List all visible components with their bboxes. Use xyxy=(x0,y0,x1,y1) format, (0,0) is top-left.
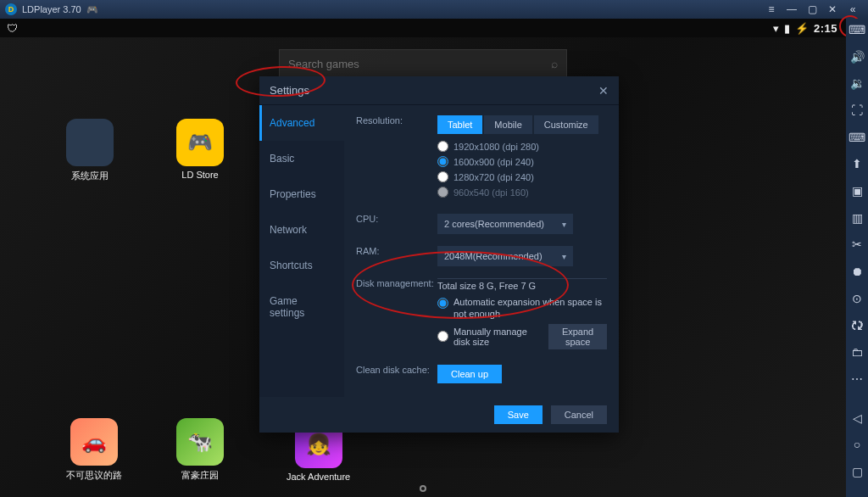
settings-header: Settings ✕ xyxy=(259,76,619,105)
app-label: LD Store xyxy=(176,170,224,180)
home-icon[interactable]: ○ xyxy=(849,438,865,453)
menu-icon[interactable]: ≡ xyxy=(761,1,782,18)
app-name: LDPlayer xyxy=(22,4,60,14)
recents-icon[interactable]: ▢ xyxy=(849,464,865,479)
emulator-desktop: ⌕ 系统应用 🎮 LD Store 🚗 不可思议的路 🐄 富豪庄园 👧 Jack… xyxy=(0,37,846,497)
clean-up-button[interactable]: Clean up xyxy=(437,365,502,383)
ram-label: RAM: xyxy=(356,246,437,266)
operation-record-icon[interactable]: ⊙ xyxy=(849,291,865,306)
app-game2[interactable]: 🐄 富豪庄园 xyxy=(176,418,224,482)
search-box[interactable]: ⌕ xyxy=(279,49,567,78)
android-status-bar: 🛡 ▾ ▮ ⚡ 2:15 ⚙ xyxy=(0,19,868,37)
nav-properties[interactable]: Properties xyxy=(259,176,344,212)
res-1280[interactable]: 1280x720 (dpi 240) xyxy=(437,171,607,182)
more-icon[interactable]: ⋯ xyxy=(849,371,865,387)
chevron-down-icon: ▾ xyxy=(562,252,566,261)
nav-advanced[interactable]: Advanced xyxy=(259,105,344,141)
settings-close-icon[interactable]: ✕ xyxy=(598,84,609,98)
window-titlebar: D LDPlayer 3.70 🎮 ≡ — ▢ ✕ « xyxy=(0,0,868,19)
ram-select[interactable]: 2048M(Recommended) ▾ xyxy=(437,246,573,266)
page-indicator xyxy=(420,485,426,492)
cpu-select[interactable]: 2 cores(Recommended) ▾ xyxy=(437,214,573,234)
cpu-value: 2 cores(Recommended) xyxy=(444,219,544,229)
disk-manual[interactable]: Manually manage disk size Expand space xyxy=(437,324,607,349)
multi-instance-icon[interactable]: ▥ xyxy=(849,210,865,226)
record-icon[interactable]: ⏺ xyxy=(849,264,865,279)
volume-down-icon[interactable]: 🔉 xyxy=(849,75,865,91)
app-system[interactable]: 系统应用 xyxy=(66,119,114,182)
resolution-label: Resolution: xyxy=(356,115,437,202)
app-game1[interactable]: 🚗 不可思议的路 xyxy=(66,418,122,482)
disk-total: Total size 8 G, Free 7 G xyxy=(437,278,607,291)
screenshot-icon[interactable]: ▣ xyxy=(849,183,865,198)
install-apk-icon[interactable]: ⬆ xyxy=(849,157,865,172)
search-icon: ⌕ xyxy=(551,57,558,70)
app-label: 系统应用 xyxy=(66,170,114,182)
collapse-sidebar-icon[interactable]: « xyxy=(843,1,863,18)
status-clock: 2:15 xyxy=(814,22,837,35)
save-button[interactable]: Save xyxy=(494,405,542,424)
settings-nav: Advanced Basic Properties Network Shortc… xyxy=(259,105,344,397)
resolution-tabs: Tablet Mobile Customize xyxy=(437,115,600,134)
app-logo-icon: D xyxy=(5,3,17,15)
cancel-button[interactable]: Cancel xyxy=(551,405,607,424)
res-1600[interactable]: 1600x900 (dpi 240) xyxy=(437,156,607,167)
maximize-icon[interactable]: ▢ xyxy=(802,1,822,18)
volume-up-icon[interactable]: 🔊 xyxy=(849,49,865,64)
tab-tablet[interactable]: Tablet xyxy=(437,115,482,134)
chevron-down-icon: ▾ xyxy=(562,220,566,229)
game1-icon: 🚗 xyxy=(70,418,118,466)
minimize-icon[interactable]: — xyxy=(782,1,802,18)
cpu-label: CPU: xyxy=(356,214,437,234)
keyboard-icon[interactable]: ⌨ xyxy=(849,22,865,37)
battery-icon: ▮ xyxy=(784,22,790,35)
nav-network[interactable]: Network xyxy=(259,212,344,248)
sync-icon[interactable]: 🗘 xyxy=(849,318,865,333)
nav-game-settings[interactable]: Game settings xyxy=(259,283,344,331)
res-1920[interactable]: 1920x1080 (dpi 280) xyxy=(437,141,607,152)
game2-icon: 🐄 xyxy=(176,418,224,466)
settings-title: Settings xyxy=(270,84,309,97)
app-ldstore[interactable]: 🎮 LD Store xyxy=(176,119,224,180)
close-window-icon[interactable]: ✕ xyxy=(822,1,843,18)
app-version: 3.70 xyxy=(63,4,81,14)
disk-auto[interactable]: Automatic expansion when space is not en… xyxy=(437,296,607,321)
scissors-icon[interactable]: ✂ xyxy=(849,237,865,253)
tab-customize[interactable]: Customize xyxy=(534,115,598,134)
tab-mobile[interactable]: Mobile xyxy=(484,115,531,134)
nav-shortcuts[interactable]: Shortcuts xyxy=(259,248,344,283)
nav-basic[interactable]: Basic xyxy=(259,141,344,176)
res-960[interactable]: 960x540 (dpi 160) xyxy=(437,187,607,198)
shared-folder-icon[interactable]: 🗀 xyxy=(849,344,865,360)
app-label: 富豪庄园 xyxy=(176,469,224,482)
gamepad-icon: 🎮 xyxy=(86,4,98,15)
ldstore-icon: 🎮 xyxy=(176,119,224,166)
settings-modal: Settings ✕ Advanced Basic Properties Net… xyxy=(259,76,619,433)
app-label: 不可思议的路 xyxy=(66,469,122,482)
charging-icon: ⚡ xyxy=(795,22,809,35)
expand-space-button[interactable]: Expand space xyxy=(548,324,607,349)
wifi-icon: ▾ xyxy=(773,22,779,35)
shield-icon: 🛡 xyxy=(7,22,18,35)
system-apps-icon xyxy=(66,119,114,166)
resolution-options: 1920x1080 (dpi 280) 1600x900 (dpi 240) 1… xyxy=(437,141,607,198)
app-label: Jack Adventure xyxy=(287,472,350,482)
settings-footer: Save Cancel xyxy=(259,397,619,433)
search-input[interactable] xyxy=(288,58,551,70)
clean-label: Clean disk cache: xyxy=(356,365,437,383)
keymap-icon[interactable]: ⌨ xyxy=(849,130,865,145)
settings-content: Resolution: Tablet Mobile Customize 1920… xyxy=(344,105,619,397)
emulator-sidebar: ⌨ 🔊 🔉 ⛶ ⌨ ⬆ ▣ ▥ ✂ ⏺ ⊙ 🗘 🗀 ⋯ ◁ ○ ▢ xyxy=(846,19,868,497)
disk-label: Disk management: xyxy=(356,278,437,353)
ram-value: 2048M(Recommended) xyxy=(444,251,542,261)
fullscreen-icon[interactable]: ⛶ xyxy=(849,103,865,118)
back-icon[interactable]: ◁ xyxy=(849,410,865,426)
